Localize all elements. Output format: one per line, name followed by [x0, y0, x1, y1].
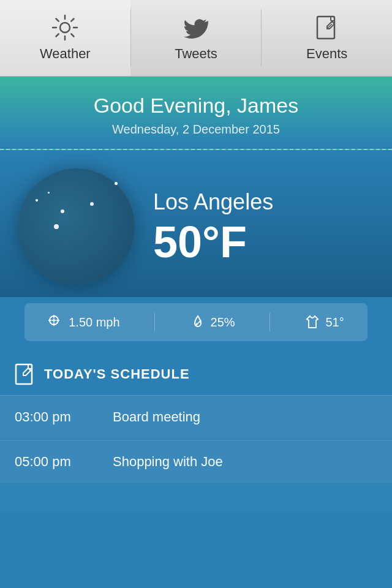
tab-tweets[interactable]: Tweets	[131, 0, 262, 76]
svg-point-0	[60, 23, 70, 32]
tab-tweets-label: Tweets	[175, 46, 217, 62]
svg-point-13	[61, 209, 64, 213]
svg-line-6	[72, 34, 74, 36]
svg-point-11	[90, 202, 94, 206]
stats-bar: 1.50 mph 25% 51°	[24, 303, 368, 341]
greeting-text: Good Evening, James	[12, 94, 380, 118]
tab-weather[interactable]: Weather	[0, 0, 130, 76]
svg-line-8	[56, 34, 59, 36]
schedule-header: TODAY'S SCHEDULE	[0, 353, 392, 395]
temperature: 50°F	[153, 220, 374, 264]
humidity-icon	[190, 314, 206, 330]
wind-stat: 1.50 mph	[48, 314, 119, 330]
date-text: Wednesday, 2 December 2015	[12, 123, 380, 137]
schedule-title: TODAY'S SCHEDULE	[44, 366, 190, 382]
sun-icon	[51, 14, 78, 41]
tab-bar: Weather Tweets Events	[0, 0, 392, 77]
event-2-name: Shopping with Joe	[113, 454, 223, 470]
humidity-stat: 25%	[190, 314, 235, 330]
svg-point-12	[54, 224, 59, 229]
wind-value: 1.50 mph	[69, 315, 119, 330]
schedule-section: TODAY'S SCHEDULE 03:00 pm Board meeting …	[0, 353, 392, 512]
svg-line-5	[56, 19, 59, 21]
greeting-section: Good Evening, James Wednesday, 2 Decembe…	[0, 77, 392, 150]
event-1-name: Board meeting	[113, 409, 200, 425]
svg-point-19	[195, 323, 197, 325]
tab-events[interactable]: Events	[262, 0, 392, 76]
schedule-icon	[15, 363, 37, 385]
event-1-time: 03:00 pm	[15, 409, 113, 425]
weather-info: Los Angeles 50°F	[153, 189, 374, 264]
event-2-time: 05:00 pm	[15, 454, 113, 470]
schedule-event-2[interactable]: 05:00 pm Shopping with Joe	[0, 440, 392, 483]
weather-icon-circle	[18, 168, 135, 285]
feels-like-value: 51°	[325, 315, 344, 330]
tab-events-label: Events	[306, 46, 347, 62]
moon-icon	[43, 193, 110, 260]
feels-like-stat: 51°	[304, 314, 344, 330]
clothing-icon	[304, 314, 320, 330]
humidity-value: 25%	[211, 315, 235, 330]
pencil-icon	[314, 14, 341, 41]
tab-weather-label: Weather	[40, 46, 91, 62]
schedule-event-3[interactable]	[0, 484, 392, 512]
svg-rect-9	[317, 17, 334, 39]
twitter-icon	[183, 14, 209, 41]
schedule-event-1[interactable]: 03:00 pm Board meeting	[0, 395, 392, 439]
wind-icon	[48, 314, 64, 330]
city-name: Los Angeles	[153, 189, 374, 215]
svg-point-20	[199, 321, 201, 323]
weather-main: Los Angeles 50°F	[0, 150, 392, 297]
svg-line-7	[72, 19, 74, 21]
